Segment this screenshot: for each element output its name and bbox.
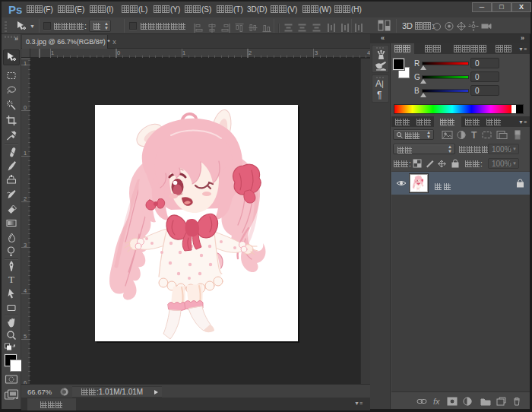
svg-text:T: T [471,130,477,140]
svg-text:fx: fx [433,397,440,406]
svg-text:T: T [8,274,14,285]
